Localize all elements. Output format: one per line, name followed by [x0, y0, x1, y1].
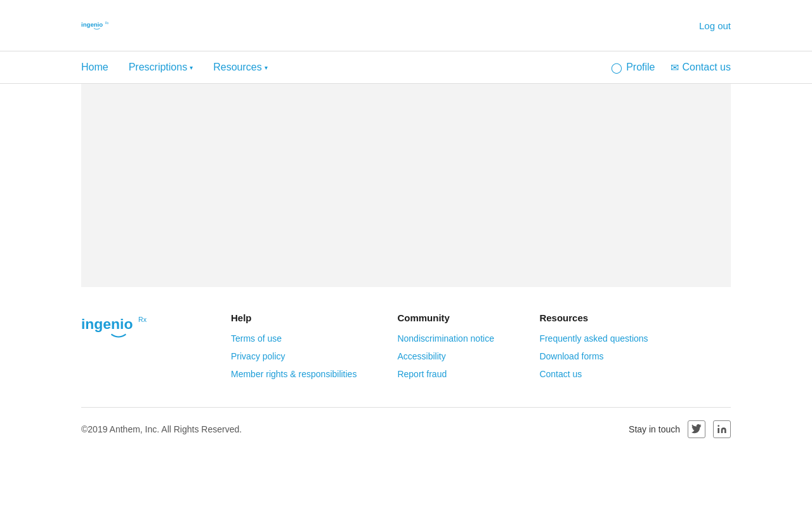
prescriptions-chevron-icon: ▾ — [190, 64, 193, 71]
nav-resources-label: Resources — [213, 62, 261, 73]
footer-bottom: ©2019 Anthem, Inc. All Rights Reserved. … — [0, 408, 812, 451]
social-area: Stay in touch — [629, 420, 731, 438]
footer-inner: ingenio Rx Help Terms of use Privacy pol… — [0, 287, 812, 407]
header-top: ingenio Rx Log out — [0, 0, 812, 51]
stay-in-touch-label: Stay in touch — [629, 424, 680, 434]
footer-link-member-rights[interactable]: Member rights & responsibilities — [231, 369, 357, 379]
footer-link-faq[interactable]: Frequently asked questions — [539, 333, 648, 344]
footer-logo-svg: ingenio Rx — [81, 312, 154, 341]
nav-contact-label: Contact us — [683, 62, 731, 73]
footer-help-heading: Help — [231, 312, 357, 323]
nav-home[interactable]: Home — [81, 51, 108, 83]
resources-chevron-icon: ▾ — [265, 64, 268, 71]
logo: ingenio Rx — [81, 10, 112, 41]
svg-text:Rx: Rx — [138, 316, 147, 323]
nav-bar: Home Prescriptions ▾ Resources ▾ ◯ Profi… — [0, 51, 812, 84]
footer-link-terms[interactable]: Terms of use — [231, 333, 357, 344]
footer-link-report-fraud[interactable]: Report fraud — [397, 369, 499, 379]
footer: ingenio Rx Help Terms of use Privacy pol… — [0, 287, 812, 451]
profile-icon: ◯ — [611, 62, 622, 74]
footer-link-privacy[interactable]: Privacy policy — [231, 351, 357, 361]
main-content — [81, 84, 731, 287]
linkedin-icon[interactable] — [713, 420, 731, 438]
svg-text:ingenio: ingenio — [81, 316, 133, 332]
twitter-icon[interactable] — [688, 420, 705, 438]
footer-link-contact[interactable]: Contact us — [539, 369, 648, 379]
nav-contact-us[interactable]: ✉ Contact us — [671, 62, 731, 74]
nav-right: ◯ Profile ✉ Contact us — [611, 62, 731, 74]
mail-icon: ✉ — [671, 62, 679, 74]
nav-resources[interactable]: Resources ▾ — [213, 51, 267, 83]
nav-profile[interactable]: ◯ Profile — [611, 62, 655, 74]
footer-link-nondiscrimination[interactable]: Nondiscrimination notice — [397, 333, 499, 344]
ingeniorx-logo-svg: ingenio Rx — [81, 10, 112, 41]
nav-prescriptions-label: Prescriptions — [129, 62, 187, 73]
footer-community-heading: Community — [397, 312, 499, 323]
logout-button[interactable]: Log out — [699, 20, 731, 31]
nav-profile-label: Profile — [626, 62, 655, 73]
nav-prescriptions[interactable]: Prescriptions ▾ — [129, 51, 193, 83]
footer-top: ingenio Rx Help Terms of use Privacy pol… — [81, 312, 731, 407]
svg-text:ingenio: ingenio — [81, 21, 103, 28]
svg-text:Rx: Rx — [105, 22, 109, 25]
svg-point-4 — [717, 425, 719, 427]
footer-community-col: Community Nondiscrimination notice Acces… — [397, 312, 499, 387]
footer-link-accessibility[interactable]: Accessibility — [397, 351, 499, 361]
footer-help-col: Help Terms of use Privacy policy Member … — [231, 312, 357, 387]
footer-resources-col: Resources Frequently asked questions Dow… — [539, 312, 648, 387]
footer-link-download-forms[interactable]: Download forms — [539, 351, 648, 361]
footer-logo: ingenio Rx — [81, 312, 170, 387]
nav-left: Home Prescriptions ▾ Resources ▾ — [81, 51, 611, 83]
footer-resources-heading: Resources — [539, 312, 648, 323]
copyright-text: ©2019 Anthem, Inc. All Rights Reserved. — [81, 424, 242, 434]
